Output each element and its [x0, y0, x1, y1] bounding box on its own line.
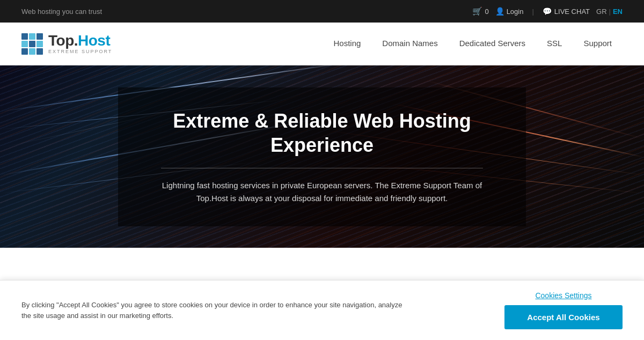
- grid-cell: [29, 48, 35, 55]
- hero-divider: [161, 168, 483, 168]
- grid-cell: [21, 33, 28, 40]
- nav-item-hosting[interactable]: Hosting: [323, 23, 371, 65]
- logo-text-wrap: Top.Host EXTREME SUPPORT: [48, 33, 112, 54]
- lang-en-button[interactable]: EN: [613, 8, 623, 16]
- login-wrap[interactable]: Login: [495, 7, 524, 16]
- nav-item-ssl[interactable]: SSL: [536, 23, 573, 65]
- lang-gr-button[interactable]: GR: [596, 8, 607, 16]
- grid-cell: [21, 41, 28, 47]
- live-chat-wrap[interactable]: LIVE CHAT: [543, 7, 590, 16]
- user-icon: [495, 7, 504, 16]
- lang-separator: |: [609, 8, 611, 16]
- nav-item-support[interactable]: Support: [573, 23, 623, 65]
- nav-item-domain-names[interactable]: Domain Names: [371, 23, 448, 65]
- cart-wrap[interactable]: 0: [472, 6, 488, 16]
- top-bar-right: 0 Login | LIVE CHAT GR | EN: [472, 6, 623, 16]
- logo-grid-icon: [21, 33, 43, 55]
- logo-subtitle: EXTREME SUPPORT: [48, 49, 112, 54]
- main-nav: Hosting Domain Names Dedicated Servers S…: [323, 23, 623, 65]
- logo-text-part1: Top.: [48, 32, 78, 49]
- live-chat-label: LIVE CHAT: [554, 8, 590, 16]
- grid-cell: [21, 48, 28, 55]
- chat-icon: [543, 7, 552, 16]
- nav-item-dedicated-servers[interactable]: Dedicated Servers: [449, 23, 536, 65]
- grid-cell: [29, 41, 35, 47]
- hero-section: Extreme & Reliable Web Hosting Experienc…: [0, 65, 644, 248]
- grid-cell: [36, 41, 43, 47]
- language-switcher: GR | EN: [596, 8, 623, 16]
- separator-1: |: [532, 8, 533, 16]
- grid-cell: [29, 33, 35, 40]
- grid-cell: [36, 33, 43, 40]
- logo-text-part2: Host: [78, 32, 110, 49]
- grid-cell: [36, 48, 43, 55]
- top-bar: Web hosting you can trust 0 Login | LIVE…: [0, 0, 644, 23]
- tagline: Web hosting you can trust: [21, 8, 102, 16]
- cart-icon: [472, 6, 482, 16]
- logo[interactable]: Top.Host EXTREME SUPPORT: [21, 33, 112, 55]
- cart-count: 0: [485, 8, 488, 16]
- hero-title: Extreme & Reliable Web Hosting Experienc…: [161, 109, 483, 157]
- login-label: Login: [507, 8, 524, 16]
- hero-content: Extreme & Reliable Web Hosting Experienc…: [118, 87, 526, 226]
- header: Top.Host EXTREME SUPPORT Hosting Domain …: [0, 23, 644, 65]
- logo-text: Top.Host: [48, 33, 112, 48]
- hero-subtitle: Lightning fast hosting services in priva…: [161, 179, 483, 205]
